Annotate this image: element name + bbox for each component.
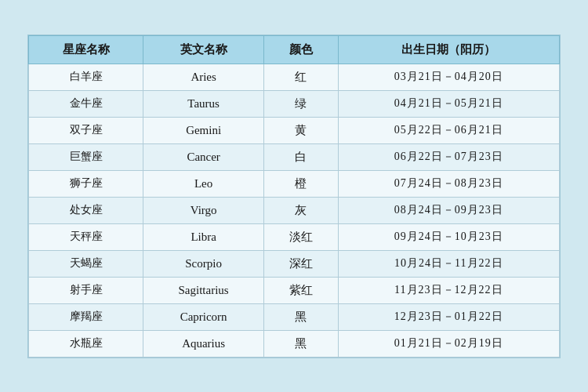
cell-english: Capricorn	[143, 303, 264, 330]
table-row: 金牛座Taurus绿04月21日－05月21日	[29, 90, 560, 117]
cell-chinese: 白羊座	[29, 64, 143, 90]
cell-dates: 06月22日－07月23日	[338, 143, 559, 170]
cell-color: 黑	[263, 330, 338, 357]
col-header-chinese: 星座名称	[29, 35, 143, 64]
cell-english: Aries	[143, 64, 264, 90]
zodiac-table: 星座名称 英文名称 颜色 出生日期（阳历） 白羊座Aries红03月21日－04…	[28, 35, 560, 358]
cell-dates: 04月21日－05月21日	[338, 90, 559, 117]
cell-english: Scorpio	[143, 250, 264, 277]
cell-english: Taurus	[143, 90, 264, 117]
cell-color: 红	[263, 64, 338, 90]
cell-dates: 03月21日－04月20日	[338, 64, 559, 90]
col-header-english: 英文名称	[143, 35, 264, 64]
cell-english: Leo	[143, 170, 264, 197]
cell-dates: 12月23日－01月22日	[338, 303, 559, 330]
cell-color: 淡红	[263, 223, 338, 250]
table-row: 巨蟹座Cancer白06月22日－07月23日	[29, 143, 560, 170]
cell-dates: 09月24日－10月23日	[338, 223, 559, 250]
cell-color: 绿	[263, 90, 338, 117]
cell-chinese: 双子座	[29, 117, 143, 143]
cell-color: 紫红	[263, 277, 338, 303]
col-header-dates: 出生日期（阳历）	[338, 35, 559, 64]
table-header-row: 星座名称 英文名称 颜色 出生日期（阳历）	[29, 35, 560, 64]
cell-chinese: 天秤座	[29, 223, 143, 250]
cell-chinese: 摩羯座	[29, 303, 143, 330]
cell-chinese: 金牛座	[29, 90, 143, 117]
table-row: 白羊座Aries红03月21日－04月20日	[29, 64, 560, 90]
cell-dates: 05月22日－06月21日	[338, 117, 559, 143]
cell-english: Libra	[143, 223, 264, 250]
cell-dates: 08月24日－09月23日	[338, 197, 559, 223]
cell-chinese: 水瓶座	[29, 330, 143, 357]
cell-chinese: 处女座	[29, 197, 143, 223]
cell-chinese: 天蝎座	[29, 250, 143, 277]
table-row: 双子座Gemini黄05月22日－06月21日	[29, 117, 560, 143]
table-row: 天秤座Libra淡红09月24日－10月23日	[29, 223, 560, 250]
table-row: 天蝎座Scorpio深红10月24日－11月22日	[29, 250, 560, 277]
cell-chinese: 狮子座	[29, 170, 143, 197]
table-row: 处女座Virgo灰08月24日－09月23日	[29, 197, 560, 223]
cell-color: 黑	[263, 303, 338, 330]
cell-english: Sagittarius	[143, 277, 264, 303]
table-row: 水瓶座Aquarius黑01月21日－02月19日	[29, 330, 560, 357]
table-row: 射手座Sagittarius紫红11月23日－12月22日	[29, 277, 560, 303]
cell-dates: 11月23日－12月22日	[338, 277, 559, 303]
cell-chinese: 射手座	[29, 277, 143, 303]
cell-english: Aquarius	[143, 330, 264, 357]
cell-dates: 10月24日－11月22日	[338, 250, 559, 277]
cell-english: Gemini	[143, 117, 264, 143]
cell-color: 灰	[263, 197, 338, 223]
cell-color: 黄	[263, 117, 338, 143]
cell-color: 深红	[263, 250, 338, 277]
cell-english: Cancer	[143, 143, 264, 170]
table-row: 狮子座Leo橙07月24日－08月23日	[29, 170, 560, 197]
col-header-color: 颜色	[263, 35, 338, 64]
zodiac-table-container: 星座名称 英文名称 颜色 出生日期（阳历） 白羊座Aries红03月21日－04…	[27, 34, 561, 358]
cell-english: Virgo	[143, 197, 264, 223]
cell-color: 橙	[263, 170, 338, 197]
cell-chinese: 巨蟹座	[29, 143, 143, 170]
table-row: 摩羯座Capricorn黑12月23日－01月22日	[29, 303, 560, 330]
cell-dates: 01月21日－02月19日	[338, 330, 559, 357]
cell-dates: 07月24日－08月23日	[338, 170, 559, 197]
cell-color: 白	[263, 143, 338, 170]
